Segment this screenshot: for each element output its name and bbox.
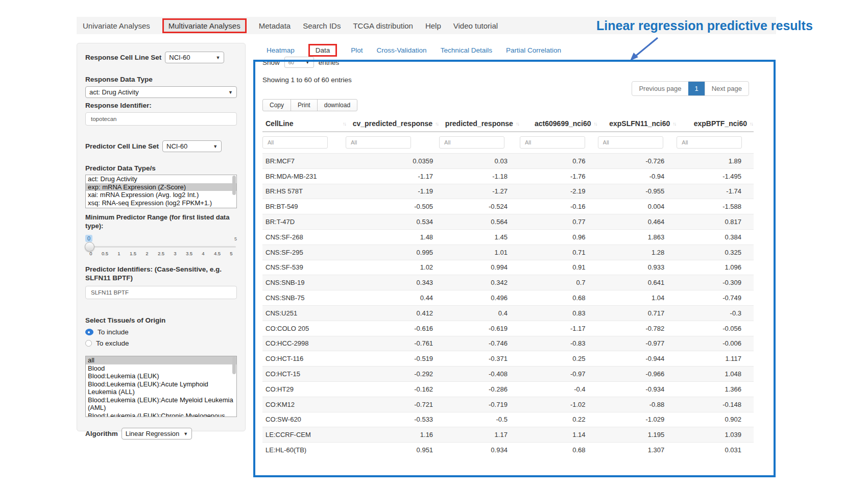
tissue-listbox[interactable]: allBloodBlood:Leukemia (LEUK)Blood:Leuke… <box>85 356 237 417</box>
nav-item-univariate-analyses[interactable]: Univariate Analyses <box>83 21 150 30</box>
value-cell: 1.307 <box>598 443 677 457</box>
nav-item-metadata[interactable]: Metadata <box>259 21 291 30</box>
tab-plot[interactable]: Plot <box>351 46 363 54</box>
table-row[interactable]: CNS:SNB-190.3430.3420.70.641-0.309 <box>262 275 754 290</box>
list-option-exp-mrna-expression-z-score[interactable]: exp: mRNA Expression (Z-Score) <box>86 183 236 191</box>
list-option-blood[interactable]: Blood <box>86 364 236 373</box>
table-row[interactable]: BR:T-47D0.5340.5640.770.4640.817 <box>262 214 754 230</box>
tab-cross-validation[interactable]: Cross-Validation <box>377 46 427 54</box>
table-row[interactable]: CO:COLO 205-0.616-0.619-1.17-0.782-0.056 <box>262 321 754 336</box>
table-row[interactable]: BR:MDA-MB-231-1.17-1.18-1.76-0.94-1.495 <box>262 168 754 184</box>
download-button[interactable]: download <box>317 99 357 111</box>
list-option-xai-mrna-expression-avg-log2-int[interactable]: xai: mRNA Expression (Avg. log2 Int.) <box>86 191 236 199</box>
slider-tick-labels: 00.511.522.533.544.55 <box>85 251 237 256</box>
tab-technical-details[interactable]: Technical Details <box>441 46 492 54</box>
next-page-button[interactable]: Next page <box>705 82 749 95</box>
nav-item-video-tutorial[interactable]: Video tutorial <box>453 21 498 30</box>
filter-input-expslfn11-nci60[interactable] <box>598 136 663 149</box>
entries-label: entries <box>319 59 340 66</box>
list-option-blood-leukemia-leuk-chronic-myelogenous-leukemia-cml[interactable]: Blood:Leukemia (LEUK):Chronic Myelogenou… <box>86 412 236 418</box>
table-row[interactable]: CO:HCT-15-0.292-0.408-0.97-0.9661.048 <box>262 367 754 382</box>
slider-tick-3: 3 <box>170 251 181 256</box>
list-option-blood-leukemia-leuk-acute-lymphoid-leukemia-all[interactable]: Blood:Leukemia (LEUK):Acute Lymphoid Leu… <box>86 380 236 396</box>
value-cell: 0.342 <box>439 275 520 290</box>
filter-input-act609699-nci60[interactable] <box>520 136 585 149</box>
table-row[interactable]: BR:BT-549-0.505-0.524-0.160.004-1.588 <box>262 199 754 214</box>
list-option-act-drug-activity[interactable]: act: Drug Activity <box>86 175 236 183</box>
value-cell: -0.94 <box>598 168 677 184</box>
response-data-type-select[interactable]: act: Drug Activity ▼ <box>85 86 237 98</box>
value-cell: 0.68 <box>520 443 598 457</box>
slider-tick-0: 0 <box>85 251 97 256</box>
table-row[interactable]: CO:HCC-2998-0.761-0.746-0.83-0.977-0.006 <box>262 336 754 351</box>
predictor-identifiers-input[interactable] <box>85 286 237 299</box>
nav-item-multivariate-analyses[interactable]: Multivariate Analyses <box>162 18 247 33</box>
column-header-act609699-nci60[interactable]: act609699_nci60↑↓ <box>520 116 598 132</box>
radio-to-include[interactable]: To include <box>85 328 237 336</box>
table-row[interactable]: LE:CCRF-CEM1.161.171.141.1951.039 <box>262 427 754 443</box>
algorithm-select[interactable]: Linear Regression ▼ <box>122 428 192 440</box>
value-cell: -0.371 <box>439 351 520 367</box>
copy-button[interactable]: Copy <box>262 99 291 111</box>
filter-input-cv-predicted-response[interactable] <box>346 136 411 149</box>
nav-item-help[interactable]: Help <box>425 21 441 30</box>
filter-input-expbptf-nci60[interactable] <box>677 136 742 149</box>
table-row[interactable]: LE:HL-60(TB)0.9510.9340.681.3070.031 <box>262 443 754 457</box>
table-row[interactable]: CO:HCT-116-0.519-0.3710.25-0.9441.117 <box>262 351 754 367</box>
table-header-row: CellLine↑↓cv_predicted_response↑↓predict… <box>262 116 754 132</box>
predictor-cell-line-set-select[interactable]: NCI-60 ▼ <box>162 140 222 152</box>
table-row[interactable]: CO:HT29-0.162-0.286-0.4-0.9341.366 <box>262 381 754 397</box>
table-row[interactable]: CNS:SNB-750.440.4960.681.04-0.749 <box>262 290 754 306</box>
list-option-all[interactable]: all <box>86 356 236 364</box>
table-row[interactable]: CNS:U2510.4120.40.830.717-0.3 <box>262 305 754 321</box>
filter-input-cellline[interactable] <box>262 136 328 149</box>
tab-data[interactable]: Data <box>308 44 337 57</box>
slider-track[interactable] <box>86 246 236 248</box>
list-option-xsq-rna-seq-expression-log2-fpkm-1[interactable]: xsq: RNA-seq Expression (log2 FPKM+1.) <box>86 199 236 207</box>
table-row[interactable]: CO:SW-620-0.533-0.50.22-1.0290.902 <box>262 412 754 427</box>
value-cell: -0.955 <box>598 184 677 199</box>
value-cell: -0.721 <box>346 397 439 412</box>
cell-line-cell: CNS:SNB-75 <box>262 290 346 306</box>
value-cell: -0.977 <box>598 336 677 351</box>
print-button[interactable]: Print <box>291 99 318 111</box>
nav-item-search-ids[interactable]: Search IDs <box>303 21 341 30</box>
scrollbar[interactable] <box>232 176 236 195</box>
radio-to-exclude[interactable]: To exclude <box>85 339 237 347</box>
response-cell-line-set-select[interactable]: NCI-60 ▼ <box>165 52 224 63</box>
column-header-cv-predicted-response[interactable]: cv_predicted_response↑↓ <box>346 116 439 132</box>
previous-page-button[interactable]: Previous page <box>632 82 688 95</box>
radio-button-icon[interactable] <box>85 340 92 347</box>
list-option-blood-leukemia-leuk[interactable]: Blood:Leukemia (LEUK) <box>86 372 236 380</box>
value-cell: 1.04 <box>598 290 677 306</box>
radio-button-icon[interactable] <box>85 329 93 335</box>
column-header-predicted-response[interactable]: predicted_response↑↓ <box>439 116 520 132</box>
value-cell: 0.902 <box>677 412 754 427</box>
table-row[interactable]: CNS:SF-2681.481.450.961.8630.384 <box>262 229 754 245</box>
table-row[interactable]: BR:MCF70.03590.030.76-0.7261.89 <box>262 154 754 169</box>
pagination: Previous page 1 Next page <box>632 81 749 96</box>
column-header-expslfn11-nci60[interactable]: expSLFN11_nci60↑↓ <box>598 116 677 132</box>
tab-heatmap[interactable]: Heatmap <box>267 46 295 54</box>
nav-item-tcga-distribution[interactable]: TCGA distribution <box>353 21 413 30</box>
tab-partial-correlation[interactable]: Partial Correlation <box>506 46 561 54</box>
table-row[interactable]: CNS:SF-5391.020.9940.910.9331.096 <box>262 260 754 275</box>
predictor-data-types-listbox[interactable]: act: Drug Activityexp: mRNA Expression (… <box>85 175 237 208</box>
list-option-blood-leukemia-leuk-acute-myeloid-leukemia-aml[interactable]: Blood:Leukemia (LEUK):Acute Myeloid Leuk… <box>86 396 236 412</box>
column-header-cellline[interactable]: CellLine↑↓ <box>262 116 346 132</box>
page-length-select[interactable]: 60 ▼ <box>284 57 314 68</box>
page-1-button[interactable]: 1 <box>688 82 705 95</box>
scrollbar[interactable] <box>232 357 236 374</box>
value-cell: -1.588 <box>677 199 754 214</box>
table-row[interactable]: CO:KM12-0.721-0.719-1.02-0.88-0.148 <box>262 397 754 412</box>
value-cell: -0.524 <box>439 199 520 214</box>
response-identifier-input[interactable] <box>85 112 237 126</box>
slider-tick-1: 1 <box>113 251 125 256</box>
slider-tick-4-5: 4.5 <box>212 251 223 256</box>
filter-input-predicted-response[interactable] <box>439 136 504 149</box>
table-row[interactable]: CNS:SF-2950.9951.010.711.280.325 <box>262 245 754 260</box>
table-row[interactable]: BR:HS 578T-1.19-1.27-2.19-0.955-1.74 <box>262 184 754 199</box>
column-header-expbptf-nci60[interactable]: expBPTF_nci60↑↓ <box>677 116 754 132</box>
value-cell: -0.162 <box>346 381 439 397</box>
value-cell: 0.03 <box>439 154 520 169</box>
